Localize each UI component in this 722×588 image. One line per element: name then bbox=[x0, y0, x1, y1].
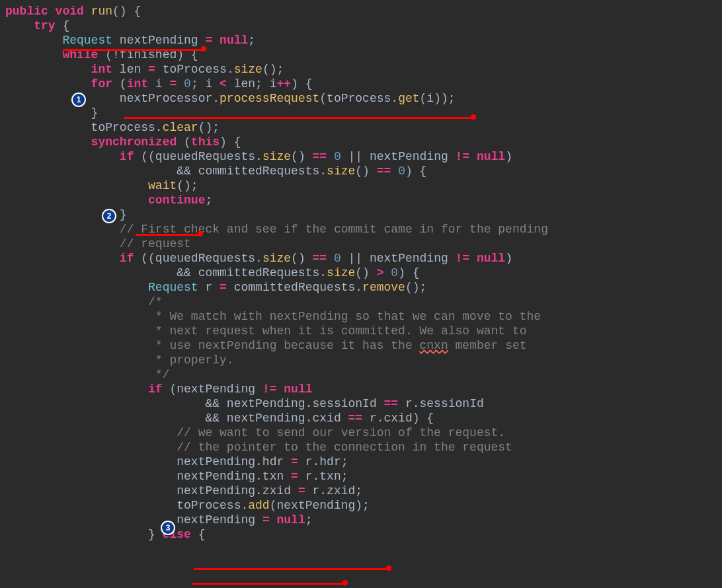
op-eq: == bbox=[313, 252, 327, 265]
num: 0 bbox=[391, 165, 405, 178]
text: len bbox=[112, 63, 148, 76]
text: nextPending bbox=[5, 513, 262, 527]
text: (toProcess. bbox=[319, 92, 398, 105]
text: (nextPending bbox=[163, 383, 262, 396]
text: && committedRequests. bbox=[5, 266, 327, 279]
method-size: size bbox=[327, 266, 355, 279]
text: { bbox=[191, 528, 206, 541]
kw-try: try bbox=[5, 19, 56, 32]
num: 0 bbox=[327, 252, 341, 265]
method-size: size bbox=[234, 63, 262, 76]
text: toProcess. bbox=[155, 63, 234, 76]
text: nextPending.txn bbox=[5, 470, 291, 483]
kw-public: public bbox=[5, 5, 48, 18]
text: ; bbox=[248, 34, 255, 47]
text: () bbox=[355, 165, 376, 178]
text: () bbox=[291, 150, 312, 163]
kw-continue: continue bbox=[5, 194, 205, 207]
code-block: public void run() { try { Request nextPe… bbox=[0, 0, 722, 546]
text: (nextPending); bbox=[270, 499, 370, 512]
annotation-underline bbox=[192, 583, 345, 585]
comment: // First check and see if the commit cam… bbox=[5, 223, 548, 236]
annotation-underline bbox=[124, 117, 475, 119]
comment: // request bbox=[5, 237, 191, 250]
annotation-dot bbox=[201, 46, 206, 52]
annotation-underline bbox=[63, 49, 205, 51]
text: ; bbox=[305, 513, 313, 527]
text: ((queuedRequests. bbox=[134, 150, 262, 163]
text: ) { bbox=[220, 135, 241, 149]
text: (); bbox=[405, 281, 426, 294]
comment: * use nextPending because it has the bbox=[5, 339, 420, 352]
num: 0 bbox=[327, 150, 341, 163]
num: 0 bbox=[177, 77, 191, 91]
text: () { bbox=[112, 5, 141, 18]
method-wait: wait bbox=[5, 179, 177, 192]
text: () bbox=[291, 252, 312, 265]
annotation-underline bbox=[194, 568, 389, 570]
text: nextPending.hdr bbox=[5, 455, 291, 468]
method-add: add bbox=[248, 499, 269, 512]
kw-if: if bbox=[5, 252, 134, 265]
type-request: Request bbox=[5, 281, 198, 294]
comment: // the pointer to the connection in the … bbox=[5, 441, 512, 454]
text: ((queuedRequests. bbox=[134, 252, 262, 265]
text: (); bbox=[262, 63, 284, 76]
comment: * next request when it is committed. We … bbox=[5, 324, 527, 338]
kw-synchronized: synchronized bbox=[5, 135, 177, 149]
op-assign: = bbox=[169, 77, 177, 91]
kw-int: int bbox=[127, 77, 148, 91]
kw-null: null bbox=[270, 513, 305, 527]
comment: /* bbox=[5, 295, 163, 309]
op-assign: = bbox=[220, 281, 227, 294]
method-get: get bbox=[398, 92, 419, 105]
op-assign: = bbox=[298, 484, 305, 497]
text: toProcess. bbox=[5, 121, 163, 134]
text: ; bbox=[205, 194, 212, 207]
method-run: run bbox=[84, 5, 112, 18]
text: ) { bbox=[291, 77, 312, 91]
text: && nextPending.sessionId bbox=[5, 397, 384, 410]
text: committedRequests. bbox=[227, 281, 362, 294]
text: len; i bbox=[227, 77, 277, 91]
comment: member set bbox=[448, 339, 527, 352]
annotation-dot bbox=[471, 114, 476, 120]
text: } bbox=[5, 528, 163, 541]
op-eq: == bbox=[313, 150, 327, 163]
text: ) { bbox=[398, 266, 419, 279]
op-gt: > bbox=[377, 266, 384, 279]
var: nextPending bbox=[112, 34, 205, 47]
kw-null: null bbox=[469, 252, 505, 265]
comment: * properly. bbox=[5, 353, 234, 367]
text: ; i bbox=[191, 77, 220, 91]
kw-null: null bbox=[276, 383, 312, 396]
text: ( bbox=[177, 135, 191, 149]
text: || nextPending bbox=[341, 150, 456, 163]
text: r.txn; bbox=[298, 470, 348, 483]
kw-int: int bbox=[5, 63, 112, 76]
kw-void: void bbox=[48, 5, 84, 18]
text: && committedRequests. bbox=[5, 165, 327, 178]
op-ne: != bbox=[262, 383, 277, 396]
op-assign: = bbox=[148, 63, 155, 76]
text: ) bbox=[505, 150, 512, 163]
op-eq: == bbox=[384, 397, 399, 410]
text: (i)); bbox=[420, 92, 456, 105]
text: || nextPending bbox=[341, 252, 456, 265]
num: 0 bbox=[384, 266, 399, 279]
method-size: size bbox=[327, 165, 355, 178]
kw-for: for bbox=[5, 77, 112, 91]
text: (); bbox=[177, 179, 198, 192]
method-processrequest: processRequest bbox=[220, 92, 319, 105]
op-assign: = bbox=[291, 455, 298, 468]
text: { bbox=[56, 19, 70, 32]
text: ( bbox=[112, 77, 127, 91]
text: i bbox=[148, 77, 169, 91]
text: ) { bbox=[405, 165, 426, 178]
text: r bbox=[198, 281, 220, 294]
op-eq: == bbox=[377, 165, 391, 178]
op-lt: < bbox=[220, 77, 227, 91]
method-clear: clear bbox=[163, 121, 198, 134]
op-inc: ++ bbox=[277, 77, 292, 91]
op-ne: != bbox=[456, 150, 470, 163]
